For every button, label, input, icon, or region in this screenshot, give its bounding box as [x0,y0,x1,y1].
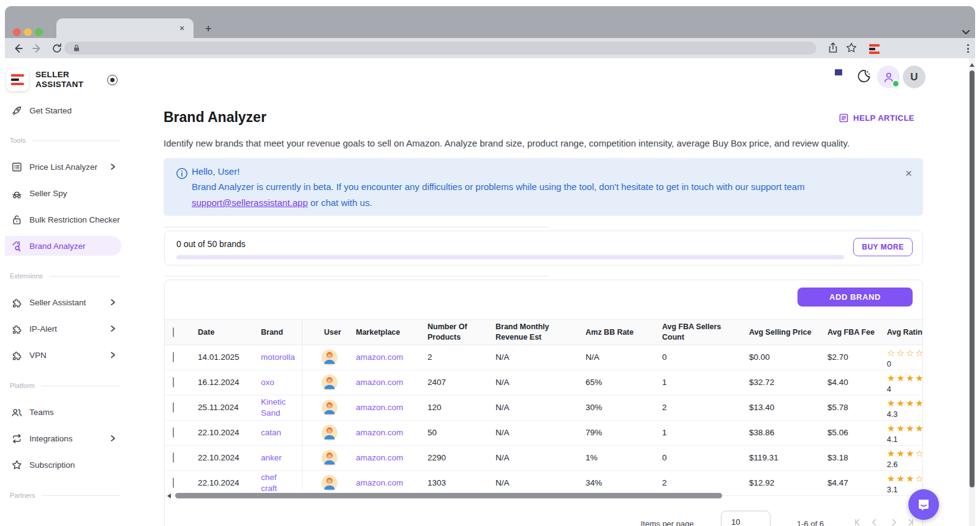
marketplace-link[interactable]: amazon.com [356,403,403,412]
window-minimize-button[interactable] [24,28,32,36]
brand-link[interactable]: oxo [261,377,290,388]
horizontal-scrollbar-thumb[interactable] [175,493,722,498]
cell-avg-price: $32.72 [741,377,819,388]
seller-assistant-extension-icon[interactable] [869,42,881,56]
vertical-scrollbar-thumb[interactable] [970,71,974,487]
cell-date: 22.10.2024 [189,427,252,438]
cell-avg-fee: $3.18 [819,452,878,463]
user-avatar [322,450,337,466]
bookmark-star-icon[interactable] [845,42,858,54]
row-checkbox[interactable] [173,352,174,362]
brand-link[interactable]: chef craft [261,472,290,494]
puzzle-icon [11,349,23,361]
reload-icon[interactable] [51,42,63,55]
select-all-checkbox[interactable] [173,327,174,337]
dark-mode-moon-icon[interactable] [856,69,872,84]
sidebar-item-get-started[interactable]: Get Started [11,103,120,118]
chat-widget-button[interactable] [908,489,939,520]
chat-icon [916,497,931,512]
horizontal-scrollbar[interactable] [165,493,922,499]
brands-table-card: ADD BRAND Date Brand User Marketplace Nu… [164,280,923,526]
add-brand-button[interactable]: ADD BRAND [797,288,913,307]
row-checkbox[interactable] [173,427,174,438]
row-checkbox[interactable] [173,478,174,488]
column-header-bb-rate[interactable]: Amz BB Rate [577,327,654,338]
app-logo[interactable]: SELLER ASSISTANT [6,66,120,93]
column-header-date[interactable]: Date [189,327,252,338]
column-header-fba-sellers[interactable]: Avg FBA Sellers Count [654,322,741,343]
forward-icon[interactable] [31,42,43,55]
sidebar-item-brand-analyzer[interactable]: Brand Analyzer [5,236,121,256]
previous-page-icon[interactable] [870,518,879,526]
tab-close-icon[interactable]: × [176,23,187,34]
buy-more-button[interactable]: BUY MORE [853,238,913,256]
sidebar-item-vpn[interactable]: VPN [11,348,120,362]
table-row: 14.01.2025 motorolla amazon.com 2 N/A N/… [165,345,922,370]
column-header-revenue[interactable]: Brand Monthly Revenue Est [487,322,577,343]
column-header-avg-rating[interactable]: Avg Rating [878,327,923,338]
cell-fba-sellers: 0 [654,352,741,363]
scroll-left-arrow-icon[interactable] [167,494,171,498]
next-page-icon[interactable] [889,518,898,526]
scroll-up-arrow-icon[interactable] [970,63,974,67]
chevron-right-icon [109,299,116,306]
sidebar-item-price-list-analyzer[interactable]: Price List Analyzer [11,159,120,174]
column-header-avg-price[interactable]: Avg Selling Price [741,327,819,338]
column-header-brand[interactable]: Brand [252,327,309,338]
brand-link[interactable]: catan [261,427,290,438]
first-page-icon[interactable] [854,518,862,526]
row-checkbox[interactable] [173,402,174,413]
chevron-right-icon [109,435,116,442]
column-header-avg-fee[interactable]: Avg FBA Fee [819,327,878,338]
support-email-link[interactable]: support@sellerassistant.app [192,197,308,208]
chevron-right-icon [109,325,116,332]
sidebar-item-seller-spy[interactable]: Seller Spy [11,186,120,200]
profile-icon[interactable] [877,66,900,88]
user-avatar[interactable]: U [903,66,925,88]
cell-products: 1303 [419,478,487,489]
app-viewport: SELLER ASSISTANT Get Started Tools Price… [5,58,975,526]
sidebar-item-integrations[interactable]: Integrations [11,431,120,446]
cell-date: 25.11.2024 [189,402,252,413]
brand-link[interactable]: Kinetic Sand [261,397,290,418]
brand-tag-search-icon [11,240,23,252]
sidebar-item-seller-assistant-extension[interactable]: Seller Assistant [11,295,120,310]
brand-link[interactable]: anker [261,452,290,463]
last-page-icon[interactable] [906,518,914,526]
sidebar-item-ip-alert[interactable]: IP-Alert [11,321,120,336]
vertical-scrollbar[interactable] [969,58,975,526]
column-header-products[interactable]: Number Of Products [419,322,487,343]
address-bar[interactable] [64,42,816,55]
back-icon[interactable] [12,42,24,55]
help-article-link[interactable]: HELP ARTICLE [839,113,914,123]
sidebar-item-teams[interactable]: Teams [11,405,120,419]
cell-fba-sellers: 1 [654,427,741,438]
brand-link[interactable]: motorolla [261,352,290,363]
cell-avg-price: $12.92 [741,478,819,489]
browser-menu-icon[interactable] [963,43,973,54]
column-header-marketplace[interactable]: Marketplace [347,327,419,338]
banner-close-icon[interactable]: × [905,167,912,180]
tab-search-chevron-icon[interactable] [962,29,970,35]
sidebar-item-subscription[interactable]: Subscription [11,457,120,472]
table-header-row: Date Brand User Marketplace Number Of Pr… [165,319,922,345]
new-tab-button[interactable]: + [202,23,214,34]
sidebar-item-bulk-restriction-checker[interactable]: Bulk Restriction Checker [11,212,120,227]
marketplace-link[interactable]: amazon.com [356,453,403,462]
window-close-button[interactable] [13,28,21,36]
page-size-select[interactable]: 10 [721,511,771,526]
window-zoom-button[interactable] [35,28,43,36]
sidebar-collapse-icon[interactable] [107,75,118,85]
marketplace-link[interactable]: amazon.com [356,378,403,387]
marketplace-link[interactable]: amazon.com [356,428,403,437]
column-header-user[interactable]: User [309,327,347,338]
cell-date: 22.10.2024 [189,478,252,489]
browser-tab[interactable]: × [56,18,194,38]
marketplace-link[interactable]: amazon.com [356,353,403,362]
price-list-icon [11,161,23,173]
row-checkbox[interactable] [173,377,174,387]
share-icon[interactable] [827,42,839,54]
row-checkbox[interactable] [173,452,174,463]
lock-icon[interactable] [73,44,80,52]
marketplace-link[interactable]: amazon.com [356,478,403,487]
